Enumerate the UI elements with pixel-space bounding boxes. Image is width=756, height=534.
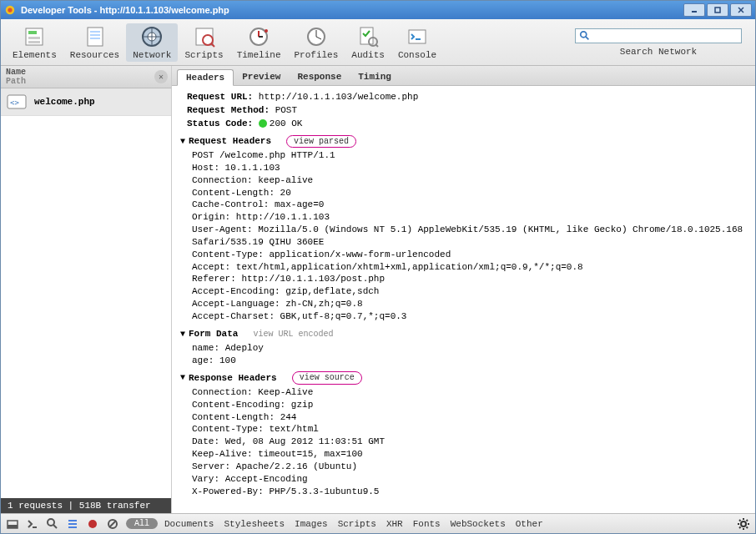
- list-icon[interactable]: [66, 517, 79, 531]
- profiles-tool[interactable]: Profiles: [287, 23, 345, 62]
- request-name: welcome.php: [34, 97, 95, 107]
- search-input[interactable]: [593, 31, 738, 41]
- filter-xhr[interactable]: XHR: [386, 519, 403, 529]
- minimize-button[interactable]: [683, 3, 705, 17]
- form-data-title: Form Data: [189, 328, 238, 340]
- filter-images[interactable]: Images: [295, 519, 328, 529]
- request-list-item[interactable]: <> welcome.php: [1, 88, 171, 116]
- profiles-tool-icon: [305, 25, 328, 48]
- disclosure-triangle-icon[interactable]: ▼: [180, 136, 185, 148]
- network-tool-icon: [140, 25, 164, 48]
- headers-content: Request URL: http://10.1.1.103/welcome.p…: [172, 86, 755, 513]
- header-key: Keep-Alive:: [192, 449, 253, 459]
- svg-line-45: [109, 521, 116, 527]
- request-method-value: POST: [275, 105, 297, 115]
- form-data-block: name: Adeployage: 100: [180, 342, 747, 367]
- audits-tool[interactable]: Audits: [345, 23, 391, 62]
- search-label: Search Network: [620, 47, 697, 57]
- svg-point-46: [741, 521, 746, 526]
- close-button[interactable]: [730, 3, 752, 17]
- form-key: age:: [192, 355, 214, 365]
- svg-rect-8: [28, 37, 40, 39]
- header-value: PHP/5.3.3-1ubuntu9.5: [269, 486, 379, 496]
- request-method-label: Request Method:: [187, 105, 270, 115]
- maximize-button[interactable]: [707, 3, 728, 17]
- header-key: Content-Encoding:: [192, 400, 285, 410]
- close-panel-icon[interactable]: ✕: [154, 70, 168, 83]
- col-name: Name: [6, 68, 26, 77]
- filter-websockets[interactable]: WebSockets: [451, 519, 506, 529]
- form-key: name:: [192, 343, 219, 353]
- tool-label: Elements: [13, 50, 57, 60]
- filter-other[interactable]: Other: [516, 519, 543, 529]
- filter-stylesheets[interactable]: Stylesheets: [224, 519, 285, 529]
- header-key: Server:: [192, 461, 230, 471]
- devtools-icon: [4, 4, 16, 16]
- scripts-tool[interactable]: Scripts: [178, 23, 229, 62]
- search-icon[interactable]: [46, 517, 59, 531]
- svg-point-22: [265, 29, 268, 33]
- elements-tool[interactable]: Elements: [6, 23, 63, 62]
- header-key: X-Powered-By:: [192, 486, 264, 496]
- header-key: Connection:: [192, 387, 253, 397]
- svg-rect-26: [360, 28, 373, 44]
- tab-preview[interactable]: Preview: [234, 69, 289, 85]
- header-key: Content-Length:: [192, 412, 275, 422]
- status-ok-icon: [259, 119, 267, 128]
- header-value: Accept-Encoding: [225, 474, 308, 484]
- window-title: Developer Tools - http://10.1.1.103/welc…: [21, 5, 683, 15]
- console-tool[interactable]: Console: [391, 23, 443, 62]
- svg-point-43: [88, 520, 97, 528]
- svg-rect-29: [409, 30, 426, 43]
- header-value: text/html: [269, 424, 318, 434]
- tab-headers[interactable]: Headers: [177, 69, 234, 86]
- view-source-button[interactable]: view source: [292, 371, 362, 385]
- sidebar-status: 1 requests | 518B transfer: [1, 498, 171, 513]
- request-headers-raw: POST /welcome.php HTTP/1.1 Host: 10.1.1.…: [180, 149, 747, 323]
- dock-icon[interactable]: [6, 517, 19, 531]
- clear-icon[interactable]: [106, 517, 119, 531]
- svg-point-38: [48, 519, 54, 526]
- request-url-label: Request URL:: [187, 92, 253, 102]
- header-value: gzip: [291, 400, 313, 410]
- header-value: timeout=15, max=100: [258, 449, 362, 459]
- record-icon[interactable]: [86, 517, 99, 531]
- view-parsed-button[interactable]: view parsed: [286, 135, 356, 149]
- filter-all[interactable]: All: [126, 518, 158, 529]
- svg-line-54: [747, 520, 748, 521]
- gear-icon[interactable]: [737, 517, 750, 531]
- col-path: Path: [6, 77, 26, 86]
- svg-rect-3: [715, 8, 720, 13]
- tool-label: Audits: [351, 50, 385, 60]
- svg-rect-36: [8, 525, 18, 528]
- request-url-value: http://10.1.1.103/welcome.php: [259, 92, 418, 102]
- tool-label: Network: [133, 50, 171, 60]
- svg-rect-9: [28, 41, 40, 43]
- elements-tool-icon: [23, 25, 46, 48]
- titlebar[interactable]: Developer Tools - http://10.1.1.103/welc…: [1, 1, 755, 19]
- svg-line-18: [211, 43, 214, 47]
- header-value: Keep-Alive: [258, 387, 313, 397]
- network-tool[interactable]: Network: [126, 23, 178, 62]
- timeline-tool[interactable]: Timeline: [230, 23, 288, 62]
- console-icon[interactable]: [26, 517, 39, 531]
- filter-documents[interactable]: Documents: [164, 519, 214, 529]
- svg-point-31: [581, 31, 587, 37]
- toolbar: ElementsResourcesNetworkScriptsTimelineP…: [1, 19, 755, 66]
- disclosure-triangle-icon[interactable]: ▼: [180, 372, 185, 384]
- view-url-encoded-button[interactable]: view URL encoded: [253, 329, 333, 340]
- search-icon: [579, 30, 591, 42]
- filter-scripts[interactable]: Scripts: [338, 519, 376, 529]
- console-tool-icon: [406, 25, 429, 48]
- search-input-wrap[interactable]: [575, 28, 742, 43]
- tab-timing[interactable]: Timing: [350, 69, 400, 85]
- svg-line-52: [747, 526, 748, 528]
- response-headers-title: Response Headers: [189, 372, 277, 385]
- tab-response[interactable]: Response: [289, 69, 350, 85]
- resources-tool[interactable]: Resources: [63, 23, 126, 62]
- header-key: Content-Type:: [192, 424, 264, 434]
- disclosure-triangle-icon[interactable]: ▼: [180, 329, 185, 340]
- filter-fonts[interactable]: Fonts: [413, 519, 441, 529]
- resources-tool-icon: [83, 25, 107, 48]
- svg-rect-10: [88, 28, 103, 46]
